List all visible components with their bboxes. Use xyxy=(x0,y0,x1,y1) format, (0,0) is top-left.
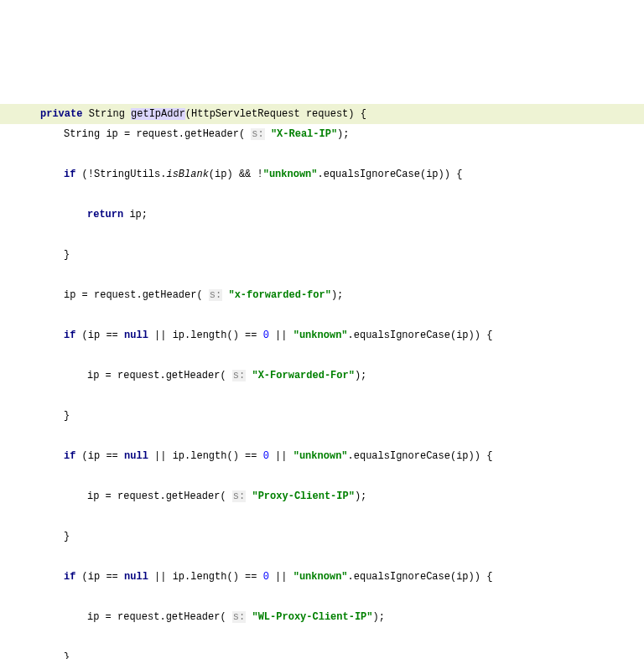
param-name: request xyxy=(306,108,348,120)
code-line: } xyxy=(0,406,644,426)
code-line: return ip; xyxy=(0,205,644,225)
string-literal: "Proxy-Client-IP" xyxy=(252,490,354,502)
inlay-hint: s: xyxy=(232,490,246,502)
code-line: ip = request.getHeader( s: "x-forwarded-… xyxy=(0,285,644,305)
string-literal: "unknown" xyxy=(293,330,348,341)
return-type: String xyxy=(89,108,125,120)
method-name: getIpAddr xyxy=(131,108,185,120)
inlay-hint: s: xyxy=(232,611,246,623)
code-line: if (ip == null || ip.length() == 0 || "u… xyxy=(0,567,644,587)
inlay-hint: s: xyxy=(209,289,222,301)
string-literal: "WL-Proxy-Client-IP" xyxy=(252,611,372,623)
inlay-hint: s: xyxy=(232,370,246,381)
code-line: if (ip == null || ip.length() == 0 || "u… xyxy=(0,325,644,345)
code-line: ip = request.getHeader( s: "Proxy-Client… xyxy=(0,486,644,506)
code-line: if (!StringUtils.isBlank(ip) && !"unknow… xyxy=(0,164,644,184)
code-line: } xyxy=(0,527,644,547)
code-line: ip = request.getHeader( s: "WL-Proxy-Cli… xyxy=(0,607,644,627)
code-line: } xyxy=(0,245,644,265)
code-line: if (ip == null || ip.length() == 0 || "u… xyxy=(0,446,644,466)
string-literal: "X-Forwarded-For" xyxy=(252,370,354,381)
keyword-private: private xyxy=(40,108,82,120)
string-literal: "X-Real-IP" xyxy=(271,128,337,140)
param-type: HttpServletRequest xyxy=(191,108,300,120)
string-literal: "unknown" xyxy=(263,169,318,180)
number-literal: 0 xyxy=(263,330,269,341)
method-declaration: private String getIpAddr(HttpServletRequ… xyxy=(0,104,644,124)
code-line: String ip = request.getHeader( s: "X-Rea… xyxy=(0,124,644,144)
inlay-hint: s: xyxy=(251,128,264,140)
code-line: ip = request.getHeader( s: "X-Forwarded-… xyxy=(0,366,644,386)
code-line: } xyxy=(0,647,644,659)
string-literal: "x-forwarded-for" xyxy=(228,289,330,301)
code-editor-pane[interactable]: private String getIpAddr(HttpServletRequ… xyxy=(0,80,644,659)
